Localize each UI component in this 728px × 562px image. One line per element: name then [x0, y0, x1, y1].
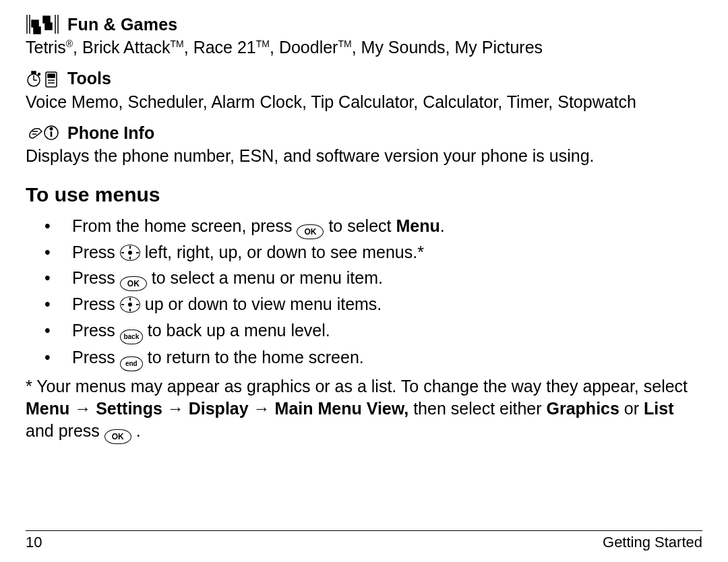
tools-body: Voice Memo, Scheduler, Alarm Clock, Tip …: [26, 91, 702, 113]
ok-key-icon: OK: [297, 224, 324, 239]
fun-and-games-heading: Fun & Games: [26, 13, 702, 35]
end-key-icon: end: [120, 356, 143, 371]
manual-page: Fun & Games Tetris®, Brick AttackTM, Rac…: [0, 0, 728, 562]
ok-key-icon: OK: [120, 276, 147, 291]
tools-heading: Tools: [26, 68, 702, 90]
phone-info-title: Phone Info: [67, 123, 154, 143]
svg-rect-11: [32, 71, 36, 73]
fun-games-icon: [26, 13, 61, 35]
phone-info-icon: [26, 122, 61, 144]
phone-info-heading: Phone Info: [26, 122, 702, 144]
tools-icon: [26, 68, 61, 90]
fun-games-body: Tetris®, Brick AttackTM, Race 21TM, Dood…: [26, 36, 702, 59]
list-item: From the home screen, press OK to select…: [26, 213, 702, 239]
to-use-menus-heading: To use menus: [26, 183, 702, 206]
list-item: Press back to back up a menu level.: [26, 317, 702, 344]
svg-point-20: [50, 127, 53, 130]
list-item: Press OK to select a menu or menu item.: [26, 265, 702, 291]
svg-rect-2: [32, 20, 38, 27]
list-item: Press up or down to view menu items.: [26, 291, 702, 317]
page-number: 10: [26, 534, 42, 551]
ok-key-icon: OK: [104, 429, 131, 444]
fun-games-title: Fun & Games: [67, 15, 177, 34]
chapter-title: Getting Started: [603, 534, 702, 551]
svg-rect-3: [34, 27, 40, 34]
svg-point-12: [38, 73, 40, 75]
list-item: Press end to return to the home screen.: [26, 344, 702, 371]
page-footer: 10 Getting Started: [26, 530, 702, 551]
menu-view-note: * Your menus may appear as graphics or a…: [26, 375, 702, 444]
svg-rect-5: [45, 23, 52, 30]
tools-title: Tools: [67, 69, 111, 88]
back-key-icon: back: [120, 330, 143, 344]
svg-rect-14: [48, 74, 55, 77]
nav-key-icon: [120, 296, 140, 313]
nav-key-icon: [120, 245, 140, 261]
instruction-list: From the home screen, press OK to select…: [26, 213, 702, 372]
svg-rect-4: [43, 16, 50, 23]
phone-info-body: Displays the phone number, ESN, and soft…: [26, 145, 702, 167]
list-item: Press left, right, up, or down to see me…: [26, 239, 702, 266]
